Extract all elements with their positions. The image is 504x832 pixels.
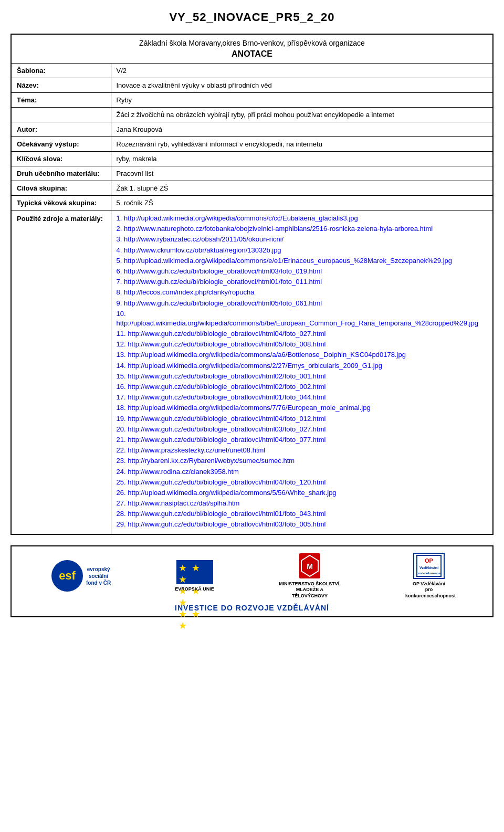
nazev-value: Inovace a zkvalitnění výuky v oblasti př…	[111, 78, 493, 93]
tema-row: Téma: Ryby	[11, 93, 493, 108]
list-item: 6. http://www.guh.cz/edu/bi/biologie_obr…	[117, 267, 488, 276]
op-box: OP Vzdělávání pro konkurence-	[413, 553, 445, 579]
svg-text:M: M	[307, 562, 313, 571]
msmt-logo: M MINISTERSTVO ŠKOLSTVÍ, MLÁDEŽE A TĚLOV…	[278, 553, 341, 599]
list-item: 26. http://upload.wikimedia.org/wikipedi…	[117, 488, 488, 498]
sources-label: Použité zdroje a materiály:	[11, 210, 111, 534]
vystup-row: Očekávaný výstup: Rozeznávání ryb, vyhle…	[11, 137, 493, 152]
list-item: 1. http://upload.wikimedia.org/wikipedia…	[117, 214, 488, 223]
list-item: 16. http://www.guh.cz/edu/bi/biologie_ob…	[117, 382, 488, 392]
list-item: 12. http://www.guh.cz/edu/bi/biologie_ob…	[117, 340, 488, 349]
list-item: 25. http://www.guh.cz/edu/bi/biologie_ob…	[117, 478, 488, 487]
sablona-value: V/2	[111, 64, 493, 78]
autor-label: Autor:	[11, 122, 111, 137]
nazev-label: Název:	[11, 78, 111, 93]
school-name: Základní škola Moravany,okres Brno-venko…	[17, 39, 487, 47]
tema-value: Ryby	[111, 93, 493, 108]
eu-label: EVROPSKÁ UNIE	[175, 586, 214, 592]
typicka-label: Typická věková skupina:	[11, 196, 111, 210]
op-logo: OP Vzdělávání pro konkurence- OP Vzděláv…	[405, 553, 453, 599]
vystup-label: Očekávaný výstup:	[11, 137, 111, 152]
klicova-label: Klíčová slova:	[11, 152, 111, 166]
typicka-value: 5. ročník ZŠ	[111, 196, 493, 210]
sources-row: Použité zdroje a materiály: 1. http://up…	[11, 210, 493, 534]
svg-text:Vzdělávání: Vzdělávání	[419, 566, 439, 570]
list-item: 11. http://www.guh.cz/edu/bi/biologie_ob…	[117, 329, 488, 339]
desc-value: Žáci z živočichů na obrázcích vybírají r…	[111, 108, 493, 122]
main-table: Základní škola Moravany,okres Brno-venko…	[10, 34, 494, 535]
school-row: Základní škola Moravany,okres Brno-venko…	[11, 34, 493, 64]
autor-value: Jana Kroupová	[111, 122, 493, 137]
cilova-value: Žák 1. stupně ZŠ	[111, 181, 493, 196]
list-item: 4. http://www.ckrumlov.cz/obr/aktual/reg…	[117, 246, 488, 255]
list-item: 20. http://www.guh.cz/edu/bi/biologie_ob…	[117, 425, 488, 434]
eu-stars-box: ★ ★ ★★ ★ ★★ ★ ★	[176, 560, 213, 584]
svg-text:pro konkurence-: pro konkurence-	[416, 572, 441, 575]
list-item: 13. http://upload.wikimedia.org/wikipedi…	[117, 350, 488, 360]
klicova-row: Klíčová slova: ryby, makrela	[11, 152, 493, 166]
desc-row: Žáci z živočichů na obrázcích vybírají r…	[11, 108, 493, 122]
sablona-row: Šablona: V/2	[11, 64, 493, 78]
list-item: 5. http://upload.wikimedia.org/wikipedia…	[117, 256, 488, 266]
sources-cell: 1. http://upload.wikimedia.org/wikipedia…	[111, 210, 493, 534]
investice-text: INVESTICE DO ROZVOJE VZDĚLÁVÁNÍ	[22, 604, 482, 612]
list-item: 10. http://upload.wikimedia.org/wikipedi…	[117, 309, 488, 328]
esf-logo: esf evropský sociální fond v ČR	[51, 560, 111, 592]
autor-row: Autor: Jana Kroupová	[11, 122, 493, 137]
esf-text: evropský sociální fond v ČR	[86, 566, 111, 586]
list-item: 28. http://www.guh.cz/edu/bi/biologie_ob…	[117, 509, 488, 519]
typicka-row: Typická věková skupina: 5. ročník ZŠ	[11, 196, 493, 210]
list-item: 24. http://www.rodina.cz/clanek3958.htm	[117, 467, 488, 477]
svg-text:OP: OP	[425, 557, 433, 564]
msmt-emblem: M	[297, 553, 323, 579]
desc-label	[11, 108, 111, 122]
list-item: 19. http://www.guh.cz/edu/bi/biologie_ob…	[117, 414, 488, 424]
sources-list: 1. http://upload.wikimedia.org/wikipedia…	[117, 214, 488, 530]
list-item: 14. http://upload.wikimedia.org/wikipedi…	[117, 361, 488, 371]
op-text: OP Vzdělávání pro konkurenceschopnost	[405, 581, 453, 599]
cilova-label: Cílová skupina:	[11, 181, 111, 196]
page-title: VY_52_INOVACE_PR5_2_20	[10, 10, 494, 24]
list-item: 17. http://www.guh.cz/edu/bi/biologie_ob…	[117, 393, 488, 402]
list-item: 27. http://www.nasiptaci.cz/dat/splha.ht…	[117, 499, 488, 508]
druh-label: Druh učebního materiálu:	[11, 166, 111, 181]
list-item: 23. http://rybareni.kx.cz/Rybareni/webyx…	[117, 456, 488, 466]
vystup-value: Rozeznávání ryb, vyhledávání informací v…	[111, 137, 493, 152]
cilova-row: Cílová skupina: Žák 1. stupně ZŠ	[11, 181, 493, 196]
eu-logo: ★ ★ ★★ ★ ★★ ★ ★ EVROPSKÁ UNIE	[175, 560, 214, 592]
druh-row: Druh učebního materiálu: Pracovní list	[11, 166, 493, 181]
list-item: 18. http://upload.wikimedia.org/wikipedi…	[117, 403, 488, 413]
list-item: 3. http://www.rybarizatec.cz/obsah/2011/…	[117, 235, 488, 244]
klicova-value: ryby, makrela	[111, 152, 493, 166]
list-item: 7. http://www.guh.cz/edu/bi/biologie_obr…	[117, 277, 488, 287]
list-item: 15. http://www.guh.cz/edu/bi/biologie_ob…	[117, 372, 488, 381]
list-item: 8. http://leccos.com/index.php/clanky/ro…	[117, 288, 488, 297]
list-item: 9. http://www.guh.cz/edu/bi/biologie_obr…	[117, 299, 488, 308]
list-item: 29. http://www.guh.cz/edu/bi/biologie_ob…	[117, 520, 488, 529]
footer-section: esf evropský sociální fond v ČR ★ ★ ★★ ★…	[10, 545, 494, 617]
footer-logos: esf evropský sociální fond v ČR ★ ★ ★★ ★…	[22, 553, 482, 599]
nazev-row: Název: Inovace a zkvalitnění výuky v obl…	[11, 78, 493, 93]
sablona-label: Šablona:	[11, 64, 111, 78]
section-header: ANOTACE	[17, 49, 487, 59]
tema-label: Téma:	[11, 93, 111, 108]
list-item: 21. http://www.guh.cz/edu/bi/biologie_ob…	[117, 435, 488, 445]
druh-value: Pracovní list	[111, 166, 493, 181]
list-item: 2. http://www.naturephoto.cz/fotobanka/o…	[117, 224, 488, 234]
esf-circle: esf	[51, 560, 83, 592]
list-item: 22. http://www.prazskestezky.cz/unet/une…	[117, 446, 488, 455]
msmt-text: MINISTERSTVO ŠKOLSTVÍ, MLÁDEŽE A TĚLOVÝC…	[278, 581, 341, 599]
